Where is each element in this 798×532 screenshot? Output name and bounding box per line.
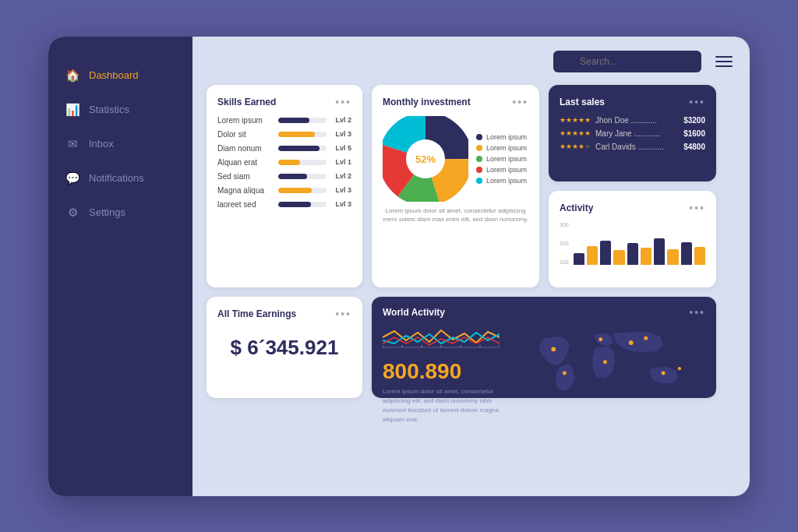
wave-chart	[383, 326, 500, 348]
sidebar-item-dashboard[interactable]: 🏠 Dashboard	[48, 58, 192, 93]
sidebar-item-statistics[interactable]: 📊 Statistics	[48, 93, 192, 127]
svg-point-15	[551, 347, 556, 351]
last-sales-dots[interactable]: •••	[689, 96, 705, 108]
sidebar-item-inbox[interactable]: ✉ Inbox	[48, 127, 192, 161]
activity-title: Activity	[560, 203, 593, 213]
earnings-header: All Time Earnings •••	[217, 308, 351, 320]
dashboard-wrapper: 🏠 Dashboard 📊 Statistics ✉ Inbox 💬 Notif…	[48, 37, 750, 496]
pie-chart: 52%	[383, 116, 468, 202]
inbox-icon: ✉	[65, 137, 79, 151]
activity-chart-area: 300 200 100	[560, 222, 705, 265]
activity-y-axis: 300 200 100	[560, 222, 569, 265]
monthly-title: Monthly investment	[383, 97, 471, 107]
settings-icon: ⚙	[65, 206, 79, 220]
main-content: 🔍 Skills Earned ••• Lorem ipsum L	[192, 37, 750, 496]
sidebar-label-notifications: Notifications	[89, 172, 144, 184]
svg-point-18	[603, 360, 607, 364]
bar-chart	[574, 222, 705, 265]
activity-card: Activity ••• 300 200 100	[549, 191, 716, 287]
skill-row-6: laoreet sed Lvl 3	[217, 200, 351, 209]
bar-0	[574, 253, 584, 264]
svg-point-22	[678, 367, 681, 370]
stats-icon: 📊	[65, 103, 79, 117]
skills-card-header: Skills Earned •••	[217, 96, 351, 108]
world-card: World Activity •••	[372, 297, 716, 398]
bar-6	[654, 238, 665, 265]
skill-row-5: Magna aliqua Lvl 3	[217, 186, 351, 195]
skill-row-4: Sed siam Lvl 2	[217, 172, 351, 181]
bar-3	[613, 250, 624, 265]
monthly-card: Monthly investment •••	[372, 85, 539, 287]
bar-1	[587, 246, 598, 265]
monthly-card-header: Monthly investment •••	[383, 96, 528, 108]
home-icon: 🏠	[65, 69, 79, 83]
hamburger-line2	[715, 61, 733, 62]
svg-point-16	[563, 371, 567, 375]
world-number: 800.890	[383, 359, 515, 384]
sidebar-label-settings: Settings	[89, 206, 125, 218]
skills-card: Skills Earned ••• Lorem ipsum Lvl 2 Dolo…	[207, 85, 362, 287]
earnings-amount: $ 6´345.921	[217, 336, 351, 360]
activity-dots[interactable]: •••	[689, 202, 705, 214]
pie-legend: Lorem ipsum Lorem ipsum Lorem ipsum Lore…	[476, 133, 527, 185]
sales-row-2: ★★★★★ Carl Davids ............ $4800	[560, 143, 705, 151]
bar-9	[694, 247, 705, 265]
world-title: World Activity	[383, 307, 445, 318]
skills-dots[interactable]: •••	[335, 96, 351, 108]
svg-point-17	[598, 337, 602, 341]
world-dots[interactable]: •••	[689, 306, 705, 319]
world-content: 800.890 Lorem ipsum dolor sit amet, cons…	[383, 326, 705, 425]
activity-header: Activity •••	[560, 202, 705, 214]
col3-stack: Last sales ••• ★★★★★ Jhon Doe ..........…	[549, 85, 716, 287]
search-input[interactable]	[553, 51, 701, 72]
sales-row-0: ★★★★★ Jhon Doe ............ $3200	[560, 116, 705, 125]
svg-point-19	[629, 340, 634, 345]
bar-7	[667, 249, 678, 265]
world-description: Lorem ipsum dolor sit amet, consectetur …	[383, 387, 515, 425]
skill-row-0: Lorem ipsum Lvl 2	[217, 116, 351, 125]
main-grid: Skills Earned ••• Lorem ipsum Lvl 2 Dolo…	[207, 85, 736, 482]
skill-row-3: Alquan erat Lvl 1	[217, 158, 351, 167]
sidebar-label-statistics: Statistics	[89, 104, 129, 115]
earnings-dots[interactable]: •••	[335, 308, 351, 320]
hamburger-button[interactable]	[712, 53, 736, 70]
earnings-title: All Time Earnings	[217, 308, 296, 319]
hamburger-line1	[715, 56, 733, 58]
monthly-dots[interactable]: •••	[512, 96, 528, 108]
header: 🔍	[207, 51, 736, 72]
last-sales-title: Last sales	[560, 97, 605, 107]
bar-5	[641, 248, 651, 264]
world-card-header: World Activity •••	[383, 306, 705, 319]
world-left: 800.890 Lorem ipsum dolor sit amet, cons…	[383, 326, 515, 425]
bar-8	[681, 242, 692, 264]
map-svg	[524, 326, 705, 404]
pie-center-text: 52%	[415, 153, 436, 165]
hamburger-line3	[715, 65, 733, 67]
pie-container: 52% Lorem ipsum Lorem ipsum Lorem ipsum …	[383, 116, 528, 202]
skills-title: Skills Earned	[217, 97, 276, 107]
skill-row-2: Diam nonum Lvl 5	[217, 144, 351, 153]
skill-row-1: Dolor sit Lvl 3	[217, 130, 351, 139]
earnings-card: All Time Earnings ••• $ 6´345.921	[207, 297, 362, 398]
sidebar-item-settings[interactable]: ⚙ Settings	[48, 196, 192, 230]
last-sales-card: Last sales ••• ★★★★★ Jhon Doe ..........…	[549, 85, 716, 181]
sidebar-item-notifications[interactable]: 💬 Notifications	[48, 161, 192, 196]
svg-point-21	[662, 371, 666, 375]
sidebar-label-inbox: Inbox	[89, 138, 114, 150]
sales-row-1: ★★★★★ Mary Jane ............ $1600	[560, 129, 705, 138]
svg-point-20	[644, 336, 648, 340]
sidebar: 🏠 Dashboard 📊 Statistics ✉ Inbox 💬 Notif…	[48, 37, 192, 496]
bar-2	[600, 241, 611, 265]
notifications-icon: 💬	[65, 171, 79, 185]
monthly-description: Lorem ipsum dolor sit amet, consectetur …	[383, 206, 528, 224]
last-sales-header: Last sales •••	[560, 96, 705, 108]
search-wrapper: 🔍	[553, 51, 701, 72]
sidebar-label-dashboard: Dashboard	[89, 69, 139, 81]
bar-4	[627, 243, 638, 264]
world-map	[524, 326, 705, 404]
